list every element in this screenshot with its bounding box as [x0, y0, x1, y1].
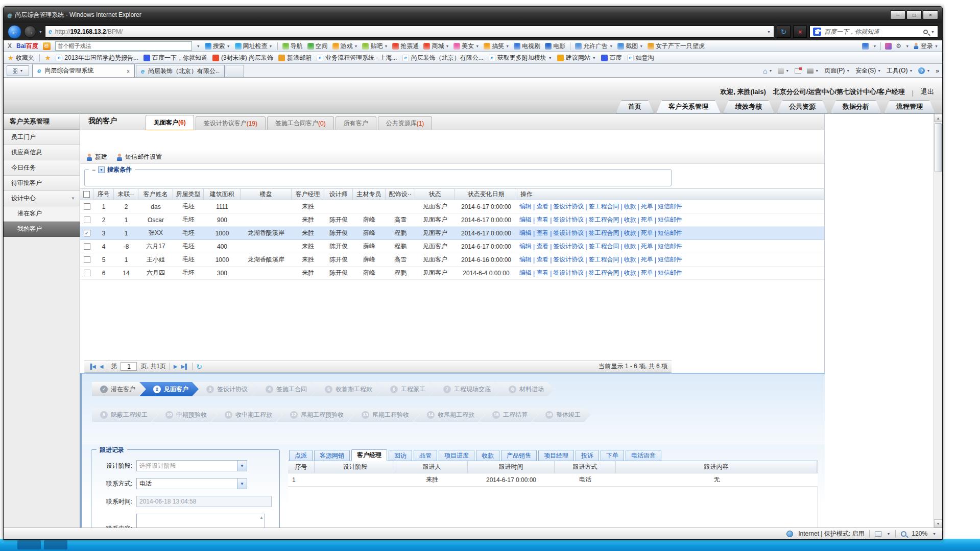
favorite-item[interactable]: (3封未读) 尚层装饰	[212, 54, 273, 62]
row-checkbox[interactable]	[84, 243, 90, 250]
dropdown-caret-icon[interactable]: ▼	[609, 44, 613, 48]
follow-tab-下单[interactable]: 下单	[601, 450, 624, 461]
toolbar-item-mall[interactable]: 商城▼	[423, 42, 449, 51]
toolbar-item-space[interactable]: 空间	[307, 42, 328, 51]
row-checkbox[interactable]	[84, 256, 90, 263]
favorite-item[interactable]: 新浪邮箱	[278, 54, 312, 62]
column-header-checkbox[interactable]	[80, 189, 93, 200]
follow-row[interactable]: 1来胜2014-6-17 0:00:00电话无	[288, 473, 818, 487]
dropdown-caret-icon[interactable]: ▼	[445, 44, 449, 48]
sidebar-item-供应商信息[interactable]: 供应商信息	[4, 145, 80, 160]
hot-search-input[interactable]	[55, 41, 192, 51]
column-header-客户经理[interactable]: 客户经理	[292, 189, 324, 200]
panel-dropdown-icon[interactable]: ▼	[98, 166, 105, 173]
action-link-编辑[interactable]: 编辑	[519, 215, 532, 224]
tab-close-icon[interactable]: x	[127, 68, 130, 74]
favorite-item[interactable]: e获取更多附加模块▼	[489, 54, 552, 62]
nav-tab-首页[interactable]: 首页	[616, 100, 654, 113]
nav-tab-流程管理[interactable]: 流程管理	[884, 100, 935, 113]
action-link-死单[interactable]: 死单	[641, 202, 653, 211]
follow-tab-客户经理[interactable]: 客户经理	[351, 449, 387, 461]
action-link-死单[interactable]: 死单	[641, 229, 653, 237]
column-header-状态变化日期[interactable]: 状态变化日期	[455, 189, 517, 200]
dropdown-caret-icon[interactable]: ▼	[475, 44, 479, 48]
more-commands-chevron[interactable]: »	[936, 67, 939, 75]
follow-tab-点派[interactable]: 点派	[289, 450, 313, 461]
action-link-短信邮件[interactable]: 短信邮件	[658, 215, 682, 224]
toolbar-item-allowad[interactable]: 允许广告▼	[575, 42, 613, 51]
select-联系方式[interactable]: 电话▼	[136, 478, 247, 489]
action-link-签工程合同[interactable]: 签工程合同	[588, 255, 619, 264]
stop-button[interactable]: ×	[793, 26, 807, 38]
browser-tab-1[interactable]: e尚层综合管理系统x	[32, 64, 135, 77]
column-header-序号[interactable]: 序号	[93, 189, 114, 200]
column-header-房屋类型[interactable]: 房屋类型	[173, 189, 204, 200]
autocomplete-dropdown-icon[interactable]: ▼	[767, 30, 771, 34]
toolbar-item-search[interactable]: 搜索▼	[205, 42, 230, 51]
column-header-未联··[interactable]: 未联··	[114, 189, 138, 200]
add-favorite-button[interactable]: ★	[45, 54, 51, 62]
column-header-配饰设··[interactable]: 配饰设··	[386, 189, 415, 200]
action-link-编辑[interactable]: 编辑	[519, 255, 532, 264]
table-row[interactable]: 4-8六月17毛坯400来胜陈开俊薛峰程鹏见面客户2014-6-17 0:00:…	[80, 240, 824, 253]
content-tab-签设计协议客户[interactable]: 签设计协议客户(19)	[196, 116, 266, 130]
dropdown-caret-icon[interactable]: ▼	[769, 69, 772, 73]
table-row[interactable]: 21Oscar毛坯900来胜陈开俊薛峰高雪见面客户2014-6-17 0:00:…	[80, 213, 824, 227]
action-link-死单[interactable]: 死单	[641, 255, 653, 264]
scroll-up-icon[interactable]: ▲	[934, 114, 942, 122]
action-link-签设计协议[interactable]: 签设计协议	[553, 215, 584, 224]
follow-tab-项目进度[interactable]: 项目进度	[439, 450, 474, 461]
action-link-编辑[interactable]: 编辑	[519, 229, 532, 237]
sidebar-item-设计中心[interactable]: 设计中心▼	[4, 191, 80, 206]
safety-menu-button[interactable]: 安全(S)▼	[855, 66, 881, 75]
dropdown-caret-icon[interactable]: ▼	[269, 44, 273, 48]
dropdown-caret-icon[interactable]: ▼	[873, 44, 876, 48]
dropdown-caret-icon[interactable]: ▼	[785, 69, 789, 73]
dropdown-caret-icon[interactable]: ▼	[506, 44, 509, 48]
help-button[interactable]: ?▼	[918, 67, 930, 74]
row-checkbox[interactable]	[84, 203, 90, 210]
column-header-客户姓名[interactable]: 客户姓名	[138, 189, 173, 200]
select-设计阶段[interactable]: 选择设计阶段▼	[136, 460, 247, 471]
follow-tab-电话语音[interactable]: 电话语音	[626, 450, 661, 461]
sidebar-item-潜在客户[interactable]: 潜在客户	[4, 206, 80, 222]
first-page-icon[interactable]: ▐◀	[88, 364, 96, 369]
dropdown-caret-icon[interactable]: ▼	[384, 44, 388, 48]
action-link-查看[interactable]: 查看	[536, 242, 548, 251]
action-link-收款[interactable]: 收款	[624, 255, 636, 264]
sidebar-item-待审批客户[interactable]: 待审批客户	[4, 176, 80, 191]
action-link-收款[interactable]: 收款	[624, 229, 636, 237]
action-link-签工程合同[interactable]: 签工程合同	[588, 229, 619, 237]
row-checkbox[interactable]	[84, 270, 90, 276]
action-link-短信邮件[interactable]: 短信邮件	[658, 202, 682, 211]
taskbar-item[interactable]	[17, 540, 41, 549]
action-link-签设计协议[interactable]: 签设计协议	[553, 255, 584, 264]
login-button[interactable]: 登录▼	[913, 42, 938, 51]
dropdown-caret-icon[interactable]: ▼	[877, 69, 881, 73]
scroll-up-icon[interactable]: ▲	[259, 515, 264, 520]
content-tab-签施工合同客户[interactable]: 签施工合同客户(0)	[267, 116, 334, 130]
toolbar-item-game[interactable]: 游戏▼	[332, 42, 358, 51]
action-link-签工程合同[interactable]: 签工程合同	[588, 269, 619, 277]
action-link-死单[interactable]: 死单	[641, 269, 653, 277]
table-row[interactable]: 51王小姐毛坯1000龙湖香醍溪岸来胜陈开俊薛峰高雪见面客户2014-6-16 …	[80, 253, 824, 267]
action-link-编辑[interactable]: 编辑	[519, 269, 532, 277]
table-row[interactable]: 614六月四毛坯300来胜陈开俊薛峰程鹏见面客户2014-6-4 0:00:00…	[80, 267, 824, 280]
nav-tab-绩效考核[interactable]: 绩效考核	[723, 100, 774, 113]
action-link-签设计协议[interactable]: 签设计协议	[553, 242, 584, 251]
maximize-button[interactable]: □	[906, 10, 922, 19]
vertical-scrollbar[interactable]: ▲ ▼	[934, 114, 942, 528]
action-link-查看[interactable]: 查看	[536, 255, 548, 264]
content-tab-见面客户[interactable]: 见面客户(6)	[146, 115, 194, 130]
follow-tab-项目经理[interactable]: 项目经理	[538, 450, 574, 461]
action-link-编辑[interactable]: 编辑	[519, 202, 532, 211]
nav-tab-数据分析[interactable]: 数据分析	[830, 100, 881, 113]
page-menu-button[interactable]: 页面(P)▼	[824, 66, 850, 75]
action-link-收款[interactable]: 收款	[624, 215, 636, 224]
gear-icon[interactable]: ⚙	[896, 42, 901, 50]
chevron-down-icon[interactable]: ▼	[237, 461, 247, 471]
favorite-item[interactable]: e如意淘	[627, 54, 654, 62]
toolbar-item-movie[interactable]: 电影	[545, 42, 565, 51]
feeds-button[interactable]: ▼	[778, 68, 789, 74]
follow-column-跟进人[interactable]: 跟进人	[396, 461, 468, 473]
